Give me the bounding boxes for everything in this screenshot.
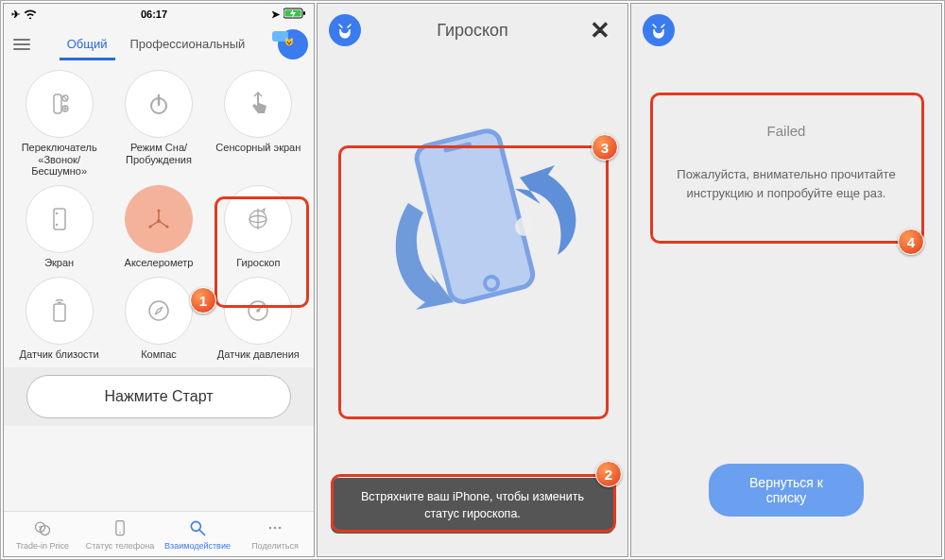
status-bar: ✈ 06:17 ➤ — [4, 4, 314, 25]
mascot-button[interactable] — [329, 14, 361, 46]
phone-icon — [111, 518, 129, 539]
battery-icon — [284, 8, 306, 21]
svg-line-17 — [150, 221, 159, 227]
pro-badge-button[interactable]: 😺 — [278, 29, 308, 59]
test-label: Компас — [141, 348, 177, 361]
failed-message: Пожалуйста, внимательно прочитайте инстр… — [658, 165, 915, 202]
compass-icon — [125, 277, 193, 345]
svg-line-5 — [63, 96, 67, 100]
location-icon: ➤ — [271, 8, 280, 21]
bottom-tab-label: Взаимодействие — [164, 541, 231, 551]
test-item-power[interactable]: Режим Сна/Пробуждения — [109, 68, 208, 183]
start-button[interactable]: Нажмите Старт — [26, 375, 291, 418]
tab-general[interactable]: Общий — [65, 34, 110, 55]
svg-rect-12 — [54, 209, 65, 229]
display-icon — [26, 185, 94, 253]
svg-point-29 — [257, 309, 261, 313]
svg-point-26 — [149, 301, 168, 320]
svg-rect-41 — [414, 128, 535, 305]
svg-point-39 — [279, 526, 282, 529]
close-icon[interactable]: ✕ — [584, 16, 616, 45]
bottom-tab-label: Trade-in Price — [16, 541, 69, 551]
bottom-tab-3[interactable]: Поделиться — [236, 512, 314, 556]
panel-tests-list: ✈ 06:17 ➤ Общий Профессиональный 😺 Перек… — [3, 3, 315, 557]
test-item-switch[interactable]: Переключатель «Звонок/Бесшумно» — [9, 68, 109, 183]
mascot-button[interactable] — [643, 14, 675, 46]
instruction-toast: Встряхните ваш iPhone, чтобы изменить ст… — [331, 478, 614, 534]
test-label: Экран — [44, 257, 74, 269]
svg-rect-2 — [303, 11, 305, 15]
test-label: Датчик давления — [217, 348, 300, 361]
test-item-touch[interactable]: Сенсорный экран — [209, 68, 308, 183]
svg-rect-3 — [54, 94, 61, 113]
svg-text:$: $ — [39, 524, 43, 530]
accel-icon — [125, 185, 193, 253]
failed-title: Failed — [658, 123, 915, 139]
panel-gyroscope-test: Гироскоп ✕ 9 Встряхните ваш iPhone, ч — [317, 3, 628, 557]
bottom-tab-label: Статус телефона — [86, 541, 154, 551]
svg-point-34 — [119, 532, 121, 534]
wifi-icon — [24, 8, 37, 21]
test-item-pressure[interactable]: Датчик давления — [209, 275, 308, 366]
test-label: Датчик близости — [20, 348, 99, 361]
svg-point-38 — [274, 526, 277, 529]
svg-point-21 — [165, 225, 168, 228]
svg-point-19 — [157, 209, 160, 212]
status-time: 06:17 — [141, 8, 167, 20]
test-item-display[interactable]: Экран — [9, 183, 109, 275]
gyroscope-illustration: 9 — [369, 104, 576, 349]
airplane-icon: ✈ — [11, 8, 20, 21]
test-item-proximity[interactable]: Датчик близости — [9, 275, 109, 366]
tab-professional[interactable]: Профессиональный — [129, 34, 248, 55]
test-item-gyro[interactable]: Гироскоп — [209, 183, 308, 275]
price-icon: $ — [33, 518, 52, 539]
annotation-number-4: 4 — [898, 229, 924, 255]
bottom-tab-1[interactable]: Статус телефона — [81, 512, 159, 556]
panel-failed: Failed Пожалуйста, внимательно прочитайт… — [630, 3, 942, 557]
svg-point-20 — [148, 225, 151, 228]
bottom-tab-label: Поделиться — [251, 541, 299, 551]
svg-point-37 — [269, 526, 272, 529]
touch-icon — [224, 70, 292, 138]
proximity-icon — [26, 277, 94, 345]
svg-point-14 — [55, 224, 57, 226]
dots-icon — [266, 518, 284, 539]
test-item-compass[interactable]: Компас — [109, 275, 208, 366]
test-label: Гироскоп — [236, 257, 280, 269]
bottom-tab-2[interactable]: Взаимодействие — [159, 512, 236, 556]
menu-icon[interactable] — [9, 35, 34, 54]
svg-rect-25 — [54, 304, 65, 321]
svg-point-44 — [515, 217, 534, 236]
bottom-tab-0[interactable]: $Trade-in Price — [4, 512, 81, 556]
test-label: Сенсорный экран — [215, 142, 301, 154]
switch-icon — [26, 70, 94, 138]
test-label: Акселерометр — [125, 257, 194, 269]
gyro-icon — [224, 185, 292, 253]
svg-line-18 — [159, 221, 167, 227]
power-icon — [125, 70, 193, 138]
test-label: Переключатель «Звонок/Бесшумно» — [12, 142, 107, 178]
test-item-accel[interactable]: Акселерометр — [109, 183, 208, 275]
svg-point-35 — [191, 521, 200, 531]
return-to-list-button[interactable]: Вернуться к списку — [709, 464, 864, 517]
svg-point-13 — [55, 212, 57, 214]
test-label: Режим Сна/Пробуждения — [112, 142, 206, 165]
svg-line-36 — [200, 530, 205, 535]
search-icon — [188, 518, 207, 539]
pressure-icon — [224, 277, 292, 345]
panel2-title: Гироскоп — [437, 21, 508, 41]
